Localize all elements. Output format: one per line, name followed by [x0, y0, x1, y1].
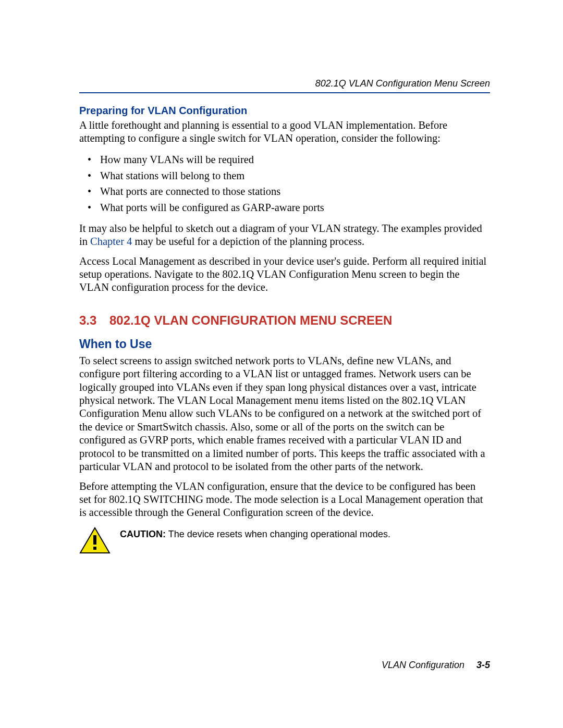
- text-fragment: may be useful for a depiction of the pla…: [132, 236, 364, 247]
- subheading-preparing: Preparing for VLAN Configuration: [79, 105, 490, 117]
- prep-bullet-list: How many VLANs will be required What sta…: [79, 152, 490, 216]
- svg-rect-2: [93, 547, 96, 550]
- when-para-2: Before attempting the VLAN configuration…: [79, 480, 490, 520]
- section-3-3-heading: 3.3802.1Q VLAN CONFIGURATION MENU SCREEN: [79, 313, 490, 328]
- list-item: What ports will be configured as GARP-aw…: [79, 200, 490, 216]
- list-item: What stations will belong to them: [79, 168, 490, 184]
- footer-page-number: 3-5: [476, 660, 490, 670]
- page: 802.1Q VLAN Configuration Menu Screen Pr…: [0, 0, 563, 728]
- running-header: 802.1Q VLAN Configuration Menu Screen: [79, 78, 490, 89]
- caution-icon: [79, 527, 111, 555]
- prep-para-3: Access Local Management as described in …: [79, 255, 490, 294]
- list-item: How many VLANs will be required: [79, 152, 490, 168]
- caution-block: CAUTION: The device resets when changing…: [79, 527, 490, 555]
- section-number: 3.3: [79, 313, 109, 328]
- page-footer: VLAN Configuration 3-5: [382, 660, 490, 671]
- prep-intro-paragraph: A little forethought and planning is ess…: [79, 119, 490, 145]
- prep-para-2: It may also be helpful to sketch out a d…: [79, 222, 490, 249]
- header-rule: [79, 92, 490, 93]
- when-para-1: To select screens to assign switched net…: [79, 354, 490, 474]
- svg-rect-1: [93, 535, 96, 545]
- section-title: 802.1Q VLAN CONFIGURATION MENU SCREEN: [109, 313, 392, 327]
- footer-title: VLAN Configuration: [382, 660, 464, 670]
- caution-message: The device resets when changing operatio…: [166, 529, 390, 539]
- caution-label: CAUTION:: [120, 529, 166, 539]
- when-to-use-heading: When to Use: [79, 337, 490, 351]
- chapter-4-link[interactable]: Chapter 4: [90, 236, 132, 247]
- caution-text: CAUTION: The device resets when changing…: [120, 527, 390, 540]
- list-item: What ports are connected to those statio…: [79, 183, 490, 200]
